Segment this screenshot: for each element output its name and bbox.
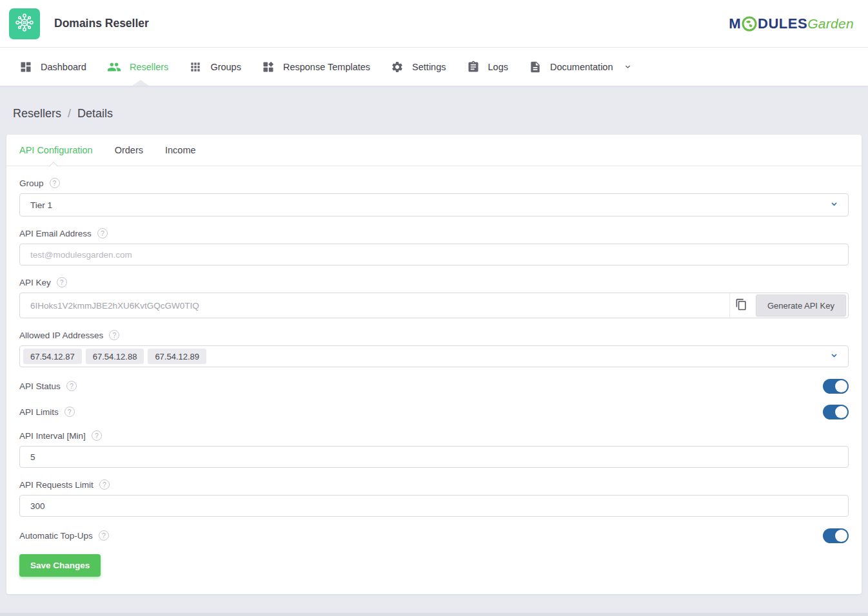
- gear-icon: [391, 61, 404, 73]
- help-icon[interactable]: [99, 530, 109, 541]
- nav-item-label: Documentation: [550, 62, 613, 72]
- api-interval-label-text: API Interval [Min]: [19, 431, 86, 441]
- help-icon[interactable]: [109, 330, 119, 340]
- allowed-ips-label: Allowed IP Addresses: [19, 330, 849, 340]
- help-icon[interactable]: [66, 381, 77, 391]
- api-email-label: API Email Address: [19, 228, 849, 238]
- api-interval-label: API Interval [Min]: [19, 430, 849, 441]
- api-key-group: Generate API Key: [19, 293, 849, 318]
- api-limits-label-text: API Limits: [19, 407, 59, 417]
- ip-chip[interactable]: 67.54.12.87: [23, 349, 82, 364]
- chevron-down-icon: [829, 199, 839, 211]
- active-nav-caret: [132, 80, 149, 86]
- api-email-label-text: API Email Address: [19, 229, 92, 238]
- api-requests-limit-field[interactable]: [20, 496, 848, 516]
- api-key-label-text: API Key: [19, 278, 51, 287]
- clipboard-icon: [467, 61, 480, 73]
- api-status-toggle[interactable]: [823, 379, 849, 394]
- nav-item-label: Response Templates: [283, 62, 370, 72]
- brand-text-dules: DULES: [758, 15, 807, 32]
- copy-button[interactable]: [729, 293, 753, 318]
- copy-icon: [735, 298, 747, 313]
- brand-text-m: M: [729, 15, 741, 32]
- api-key-field[interactable]: [20, 293, 729, 318]
- nav-item-groups[interactable]: Groups: [179, 48, 252, 86]
- api-requests-limit-label: API Requests Limit: [19, 479, 849, 490]
- ip-chip-list: 67.54.12.87 67.54.12.88 67.54.12.89: [23, 349, 206, 364]
- network-hub-icon: [14, 12, 35, 35]
- breadcrumb: Resellers / Details: [0, 86, 868, 120]
- group-label-text: Group: [19, 178, 44, 188]
- breadcrumb-parent[interactable]: Resellers: [13, 107, 61, 120]
- help-icon[interactable]: [50, 178, 60, 188]
- api-requests-limit-field-wrap: [19, 495, 849, 517]
- tab-income[interactable]: Income: [154, 145, 207, 155]
- api-status-label-text: API Status: [19, 381, 61, 391]
- nav-item-settings[interactable]: Settings: [380, 48, 456, 86]
- card-tabs: API Configuration Orders Income: [6, 135, 862, 166]
- automatic-topups-toggle[interactable]: [823, 528, 849, 543]
- tab-api-configuration[interactable]: API Configuration: [19, 145, 104, 155]
- active-tab-notch: [49, 162, 58, 171]
- save-changes-button[interactable]: Save Changes: [19, 554, 101, 577]
- api-email-field[interactable]: [20, 244, 848, 265]
- nav-item-label: Settings: [412, 62, 446, 72]
- api-key-label: API Key: [19, 277, 849, 287]
- api-configuration-form: Group Tier 1 API Email Address API Key: [6, 178, 862, 577]
- modulesgarden-logo: M DULES Garden: [729, 15, 859, 32]
- app-header: Domains Reseller M DULES Garden: [0, 0, 868, 48]
- api-limits-label: API Limits: [19, 407, 75, 417]
- tab-orders[interactable]: Orders: [104, 145, 154, 155]
- help-icon[interactable]: [92, 430, 102, 441]
- main-nav: Dashboard Resellers Groups Response Temp…: [0, 48, 868, 86]
- nav-item-label: Logs: [488, 62, 508, 72]
- group-select-value: Tier 1: [30, 200, 52, 210]
- api-limits-toggle[interactable]: [823, 405, 849, 419]
- api-interval-field-wrap: [19, 446, 849, 468]
- api-interval-field[interactable]: [20, 447, 848, 467]
- chevron-down-icon: [829, 351, 839, 362]
- tiles-icon: [262, 61, 275, 73]
- details-card: API Configuration Orders Income Group Ti…: [6, 135, 862, 594]
- automatic-topups-label: Automatic Top-Ups: [19, 530, 109, 541]
- chevron-down-icon: [624, 63, 632, 71]
- help-icon[interactable]: [57, 277, 67, 287]
- api-email-field-wrap: [19, 244, 849, 265]
- breadcrumb-current: Details: [77, 107, 113, 120]
- brand-text-garden: Garden: [807, 16, 854, 32]
- page-title: Domains Reseller: [54, 17, 149, 30]
- ip-chip[interactable]: 67.54.12.89: [148, 349, 206, 364]
- nav-item-logs[interactable]: Logs: [457, 48, 518, 86]
- help-icon[interactable]: [99, 479, 110, 490]
- nav-item-label: Groups: [210, 62, 241, 72]
- app-logo: [9, 8, 40, 39]
- ip-chip[interactable]: 67.54.12.88: [86, 349, 144, 364]
- breadcrumb-separator: /: [68, 107, 71, 120]
- api-status-row: API Status: [19, 378, 849, 394]
- generate-api-key-button[interactable]: Generate API Key: [756, 294, 846, 316]
- api-requests-limit-label-text: API Requests Limit: [19, 480, 94, 490]
- api-limits-row: API Limits: [19, 403, 849, 420]
- page-bottom-edge: [0, 613, 868, 616]
- group-label: Group: [19, 178, 849, 188]
- automatic-topups-label-text: Automatic Top-Ups: [19, 531, 93, 541]
- api-status-label: API Status: [19, 381, 77, 391]
- nav-item-response-templates[interactable]: Response Templates: [252, 48, 380, 86]
- group-select[interactable]: Tier 1: [19, 193, 849, 217]
- nav-item-label: Resellers: [130, 62, 168, 72]
- document-icon: [529, 61, 542, 73]
- help-icon[interactable]: [97, 228, 108, 238]
- allowed-ips-field[interactable]: 67.54.12.87 67.54.12.88 67.54.12.89: [19, 345, 849, 367]
- apps-grid-icon: [189, 61, 202, 73]
- allowed-ips-label-text: Allowed IP Addresses: [19, 331, 103, 340]
- nav-item-dashboard[interactable]: Dashboard: [9, 48, 97, 86]
- nav-item-documentation[interactable]: Documentation: [518, 48, 643, 86]
- dashboard-icon: [19, 61, 32, 73]
- globe-icon: [742, 16, 757, 32]
- help-icon[interactable]: [64, 407, 75, 417]
- people-icon: [107, 60, 121, 74]
- nav-item-label: Dashboard: [41, 62, 86, 72]
- automatic-topups-row: Automatic Top-Ups: [19, 527, 849, 544]
